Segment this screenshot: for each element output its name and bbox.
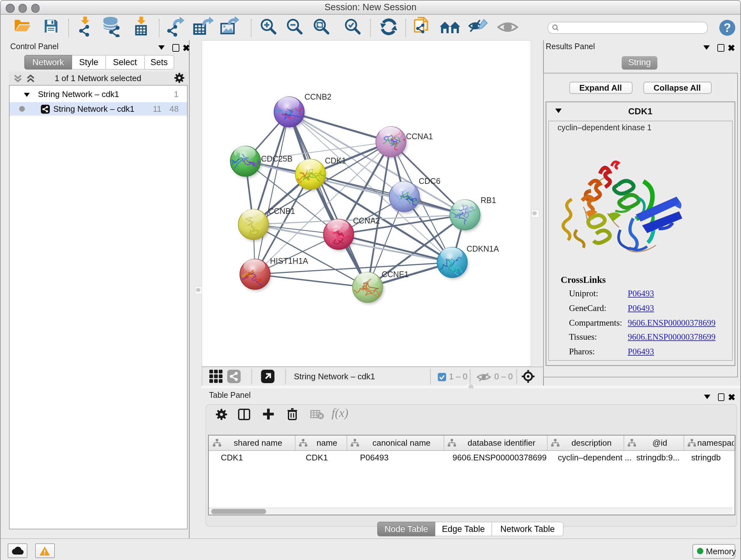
svg-text:CDC6: CDC6 [418, 177, 440, 186]
svg-text:RB1: RB1 [480, 196, 496, 205]
svg-text:CCNE1: CCNE1 [381, 270, 408, 279]
svg-text:CDC25B: CDC25B [261, 154, 292, 163]
svg-text:CDKN1A: CDKN1A [466, 244, 499, 253]
svg-text:CCNA2: CCNA2 [353, 216, 380, 225]
svg-text:CDK1: CDK1 [325, 156, 346, 165]
svg-text:CCNA1: CCNA1 [406, 132, 433, 141]
svg-text:HIST1H1A: HIST1H1A [270, 256, 308, 265]
svg-text:CCNB2: CCNB2 [304, 92, 331, 101]
svg-text:CCNB1: CCNB1 [268, 206, 295, 215]
